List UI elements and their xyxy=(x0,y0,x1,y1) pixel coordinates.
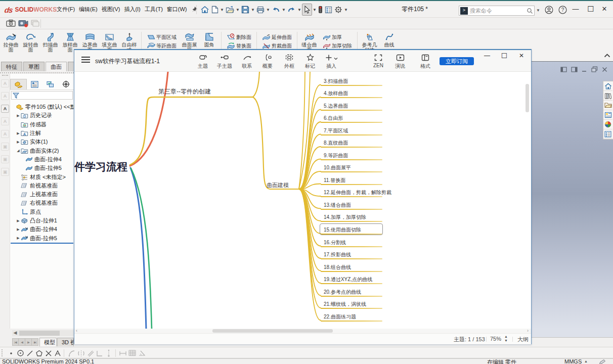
expand-arrow-icon[interactable]: ▶ xyxy=(16,236,21,240)
sk-grid-icon[interactable] xyxy=(128,349,137,357)
dock-right-icon[interactable] xyxy=(571,67,578,72)
record-camera-icon[interactable] xyxy=(18,19,28,27)
feature-tree-item[interactable]: 零件105 (默认) <<默认 xyxy=(10,103,74,111)
feature-tree-item[interactable]: ▶ 实体(1) xyxy=(10,138,74,146)
first-tab-button[interactable]: |◀ xyxy=(12,338,19,346)
xmind-tool-zen[interactable]: ZEN xyxy=(367,53,389,68)
sk-ordinate-icon[interactable] xyxy=(105,349,113,357)
rebuild-traffic-light-icon[interactable] xyxy=(317,4,324,16)
zoom-spinner[interactable]: ▲▼ xyxy=(504,335,508,343)
feature-tree-item[interactable]: 曲面-拉伸4 xyxy=(10,155,74,164)
expand-arrow-icon[interactable]: ▶ xyxy=(16,219,21,223)
menu-item[interactable]: 工具(T) xyxy=(143,3,165,16)
hide-link-icon[interactable]: ▣ xyxy=(1,168,9,176)
feature-tree-item[interactable]: ▶ 凸台-拉伸1 xyxy=(10,216,74,225)
spellcheck-a-icon[interactable]: A xyxy=(1,92,9,100)
open-dropdown-caret[interactable]: ▼ xyxy=(235,8,240,12)
xmind-tool-subtopic[interactable]: 子主题 xyxy=(213,53,236,70)
search-command-box[interactable]: > 搜索命令 xyxy=(459,6,535,16)
scrollbar-thumb[interactable] xyxy=(212,329,333,333)
hamburger-menu-icon[interactable] xyxy=(81,57,90,63)
feature-tree-item[interactable]: 曲面-拉伸5 xyxy=(10,164,74,172)
xmind-tool-boundary[interactable]: 外框 xyxy=(278,53,300,70)
menu-item[interactable]: 视图(V) xyxy=(100,3,122,16)
xmind-maximize-button[interactable]: ☐ xyxy=(499,51,510,60)
panel-tab-fm-configurations[interactable] xyxy=(42,79,58,89)
feature-tree-item[interactable]: 右视基准面 xyxy=(10,199,74,207)
xmind-tool-topic[interactable]: 主题 xyxy=(192,53,214,70)
viewport-horizontal-scrollbar[interactable]: ◀ xyxy=(12,330,74,336)
xmind-tool-format[interactable]: 格式 xyxy=(414,53,436,70)
xmind-tool-marker[interactable]: 标记 xyxy=(299,53,321,70)
collapse-ribbon-chevron-icon[interactable] xyxy=(604,54,611,61)
home-icon[interactable] xyxy=(199,4,210,16)
annotation-a-icon[interactable]: A xyxy=(1,117,9,125)
search-dropdown-caret[interactable]: ▼ xyxy=(536,8,540,13)
new-document-dropdown-caret[interactable]: ▼ xyxy=(220,8,225,12)
search-icon[interactable] xyxy=(527,8,533,14)
rollback-bar[interactable] xyxy=(11,243,73,244)
ribbon-button-delete-face[interactable]: 删除面 xyxy=(227,33,251,41)
panel-tab-fm-tree[interactable] xyxy=(10,79,27,89)
new-document-icon[interactable] xyxy=(210,4,220,16)
canvas-scroll-right-arrow[interactable]: › xyxy=(527,328,529,333)
ribbon-button-planar-surface[interactable]: 平面区域 xyxy=(147,33,177,41)
taskpane-properties-icon[interactable] xyxy=(603,129,612,139)
screenshot-camera-icon[interactable] xyxy=(6,19,16,27)
expand-arrow-icon[interactable]: ▶ xyxy=(16,140,21,144)
selected-topic-outline[interactable] xyxy=(320,223,383,235)
undo-dropdown-caret[interactable]: ▼ xyxy=(281,8,286,12)
mindmap-root-topic[interactable]: 件学习流程 xyxy=(74,160,127,174)
feature-tree-item[interactable]: ▶ 历史记录 xyxy=(10,111,74,120)
ribbon-button-surf-sweep[interactable]: 扫描曲面 xyxy=(40,31,60,53)
tree-filter-box[interactable] xyxy=(11,91,73,100)
ribbon-button-fillet[interactable]: 圆角 xyxy=(199,31,219,48)
sk-parallel-icon[interactable] xyxy=(86,349,95,357)
ribbon-button-surf-revolve[interactable]: 旋转曲面 xyxy=(21,31,40,53)
feature-tree-item[interactable]: ▶ A 注解 xyxy=(10,129,74,138)
zoom-level[interactable]: 75% xyxy=(490,336,501,342)
format-painter-a-icon[interactable]: A xyxy=(1,105,9,113)
taskpane-home-icon[interactable] xyxy=(603,81,612,91)
xmind-tool-insert[interactable]: 插入 xyxy=(320,53,342,70)
image-box-icon[interactable]: ▣ xyxy=(1,143,9,151)
doc-minimize-icon[interactable] xyxy=(582,67,587,72)
tab-model[interactable]: 模型 xyxy=(39,338,57,346)
save-icon[interactable] xyxy=(240,4,250,16)
command-tab[interactable]: 特征 xyxy=(1,62,22,71)
sk-arc-icon[interactable] xyxy=(67,349,76,357)
prev-tab-button[interactable]: ◀ xyxy=(19,338,25,346)
command-tab[interactable]: 曲面 xyxy=(46,62,67,71)
sk-polygon-icon[interactable] xyxy=(35,349,43,357)
next-tab-button[interactable]: ▶ xyxy=(25,338,32,346)
panel-tab-fm-dimxpert[interactable] xyxy=(58,79,74,89)
expand-arrow-icon[interactable]: ▶ xyxy=(16,114,21,118)
settings-gear-dropdown-caret[interactable]: ▼ xyxy=(343,8,348,12)
note-a-icon[interactable]: A xyxy=(1,79,9,87)
ribbon-button-curve[interactable]: 曲线 xyxy=(379,31,399,48)
feature-tree-item[interactable]: 原点 xyxy=(10,208,74,216)
last-tab-button[interactable]: ▶| xyxy=(32,338,38,346)
feature-tree-item[interactable]: 传感器 xyxy=(10,120,74,129)
taskpane-appearances-icon[interactable] xyxy=(603,120,612,129)
feature-tree-item[interactable]: 材质 <未指定> xyxy=(10,172,74,181)
xmind-minimize-button[interactable]: — xyxy=(481,51,493,60)
copy-camera-icon[interactable] xyxy=(30,19,40,27)
sk-line-icon[interactable] xyxy=(25,349,34,357)
expand-arrow-icon[interactable]: ▶ xyxy=(16,131,21,135)
menu-item[interactable]: 编辑(E) xyxy=(77,3,100,16)
label-a-icon[interactable]: A xyxy=(1,130,9,138)
ribbon-button-thicken[interactable]: 加厚 xyxy=(322,33,352,41)
minimize-button[interactable]: — xyxy=(568,1,583,17)
mindmap-canvas[interactable]: 件学习流程 第三章--零件的创建 曲面建模 3.扫描曲面 4.放样曲面 5.边界… xyxy=(74,72,531,329)
undo-icon[interactable] xyxy=(271,4,281,16)
feature-tree-item[interactable]: ▶ 曲面-拉伸5 xyxy=(10,234,74,242)
xmind-tool-relation[interactable]: 联系 xyxy=(236,53,258,70)
ribbon-button-surf-extrude[interactable]: 拉伸曲面 xyxy=(1,31,21,53)
taskpane-explorer-icon[interactable] xyxy=(603,110,612,120)
filter-funnel-icon[interactable] xyxy=(13,93,19,99)
taskpane-resources-icon[interactable] xyxy=(603,91,612,101)
doc-close-icon[interactable] xyxy=(602,67,607,72)
xmind-vertical-scrollbar-thumb[interactable] xyxy=(526,84,529,112)
redo-dropdown-caret[interactable]: ▼ xyxy=(297,8,302,12)
